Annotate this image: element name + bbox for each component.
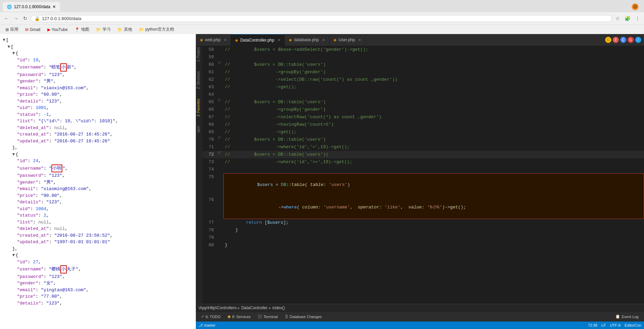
ide-bottom-bar: \App\Http\Controllers ▸ DataController ▸… (196, 304, 644, 311)
json-details-2: "details": "123", (3, 199, 193, 206)
ide-main: 1: Project Z: Structure 2: Favorites npm… (196, 46, 644, 304)
line-num-80: 80 (203, 241, 218, 249)
bookmark-study[interactable]: 📁 学习 (93, 26, 113, 33)
line-num-71: 71 (203, 143, 218, 151)
data-controller-icon: ◈ (235, 38, 238, 43)
line-num-63: 63 (203, 83, 218, 91)
line-num-75: 75 (203, 173, 218, 181)
ide-tab-data-controller[interactable]: ◈ DataController.php ✕ (231, 34, 285, 46)
code-line-63: 63 // ->get(); (203, 83, 644, 91)
status-right: 72:38 LF UTF-8 EditorCon (588, 323, 641, 327)
line-num-69: 69 (203, 128, 218, 136)
json-password-1: "password": "123", (3, 72, 193, 78)
todo-icon: ✔ (201, 314, 204, 319)
ide-tab-database-php[interactable]: ◈ database.php ✕ (285, 34, 329, 46)
ide-tab-bar: ◈ web.php ✕ ◈ DataController.php ✕ ◈ dat… (196, 34, 644, 46)
ide-tab-web-php-close[interactable]: ✕ (224, 38, 226, 42)
bookmark-youtube[interactable]: ▶ YouTube (45, 27, 70, 33)
services-icon: ◉ (227, 314, 231, 319)
tab-bar: 🌐 127.0.0.1:8000/data ✕ O (0, 0, 644, 12)
json-password-3: "password": "123", (3, 273, 193, 280)
fold-72[interactable]: ▽ (218, 151, 222, 155)
line-num-59: 59 (203, 53, 218, 61)
json-status-1: "status": -1, (3, 111, 193, 118)
bookmark-maps[interactable]: 📍 地图 (72, 26, 92, 33)
line-num-70: 70 (203, 136, 218, 143)
json-obj-1-open: ▼{ (3, 50, 193, 57)
json-price-1: "price": "60.00", (3, 91, 193, 98)
json-username-1: "username": "蜡笔小新", (3, 63, 193, 72)
json-list-1: "list": "{\"id\": 19, \"uid\": 1010}", (3, 118, 193, 125)
json-email-1: "email": "xiaoxin@163.com", (3, 85, 193, 92)
code-line-65: 65 ▽ // $users = DB::table('users') (203, 98, 644, 106)
ide-tab-user-php-close[interactable]: ✕ (358, 38, 361, 42)
bookmark-gmail[interactable]: M Gmail (22, 27, 43, 33)
address-bar[interactable]: 🔒 127.0.0.1:8000/data (31, 15, 612, 22)
extensions-btn[interactable]: 🧩 (623, 15, 632, 22)
other-icon: 📁 (117, 27, 123, 32)
json-gender-3: "gender": "女", (3, 280, 193, 287)
todo-button[interactable]: ✔ 6: TODO (199, 314, 223, 319)
code-content-75: $users = DB::table( table: 'users') (223, 173, 644, 196)
forward-button[interactable]: → (12, 15, 20, 22)
line-num-68: 68 (203, 121, 218, 128)
address-text: 127.0.0.1:8000/data (42, 16, 81, 21)
npm-label[interactable]: npm (196, 125, 202, 134)
line-num-79: 79 (203, 234, 218, 241)
browser-chrome: 🌐 127.0.0.1:8000/data ✕ O ← → ↻ 🔒 127.0.… (0, 0, 644, 34)
json-obj-2-close: }, (3, 246, 193, 252)
status-git: ⎇ master (199, 323, 216, 328)
bookmark-other[interactable]: 📁 其他 (115, 26, 135, 33)
browser-tab-data[interactable]: 🌐 127.0.0.1:8000/data ✕ (3, 2, 60, 12)
code-line-64: 64 (203, 91, 644, 98)
bookmark-python-label: python官方文档 (145, 27, 174, 32)
line-num-64: 64 (203, 91, 218, 98)
ide-tab-data-controller-close[interactable]: ✕ (278, 38, 280, 42)
json-uid-1: "uid": 1001, (3, 105, 193, 111)
line-num-77: 77 (203, 219, 218, 226)
code-content-70: // $users = DB::table('users') (223, 136, 644, 143)
gmail-icon: M (25, 28, 28, 32)
code-content-73: // ->where('id','>=',19)->get(); (223, 158, 644, 166)
code-area[interactable]: 58 // $users = $base->addSelect('gender'… (203, 46, 644, 304)
back-button[interactable]: ← (3, 15, 10, 22)
code-line-60: 60 ▽ // $users = DB::table('users') (203, 61, 644, 68)
breadcrumb-sep-1: ▸ (238, 306, 240, 310)
fold-70[interactable]: ▽ (218, 136, 222, 140)
favorites-label[interactable]: 2: Favorites (196, 97, 202, 118)
code-content-66: // ->groupBy('gender') (223, 106, 644, 113)
json-username-3: "username": "樱桃小丸子", (3, 265, 193, 273)
ide-tab-database-php-close[interactable]: ✕ (322, 38, 325, 42)
tab-close-btn[interactable]: ✕ (52, 4, 56, 9)
event-log-button[interactable]: 📋 Event Log (613, 314, 641, 319)
youtube-icon: ▶ (47, 27, 50, 32)
json-price-2: "price": "90.00", (3, 192, 193, 199)
json-id-19: "id": 19, (3, 57, 193, 64)
reload-button[interactable]: ↻ (22, 15, 29, 22)
terminal-icon: ⬛ (257, 314, 262, 319)
code-content-76: ->where( column: 'username', operator: '… (223, 196, 644, 219)
json-root-open: ▼[ (3, 37, 193, 44)
bookmark-apps[interactable]: ⊞ 应用 (3, 26, 21, 33)
ide-tab-user-php[interactable]: ◈ User.php ✕ (329, 34, 365, 46)
structure-label[interactable]: Z: Structure (196, 70, 202, 90)
ide-tab-data-controller-label: DataController.php (240, 38, 274, 43)
bookmark-python[interactable]: 📁 python官方文档 (136, 26, 177, 33)
json-email-2: "email": "xiaoming@163.com", (3, 186, 193, 192)
json-username-2: "username": "小明", (3, 164, 193, 173)
terminal-button[interactable]: ⬛ Terminal (255, 314, 281, 319)
db-changes-button[interactable]: 🗄 Database Changes (282, 314, 325, 319)
firefox-icon: F (613, 37, 619, 43)
json-obj-3-open: ▼{ (3, 252, 193, 259)
ide-tab-database-php-label: database.php (294, 37, 319, 42)
breadcrumb: \App\Http\Controllers ▸ DataController ▸… (199, 306, 285, 310)
fold-65[interactable]: ▽ (218, 98, 222, 102)
project-label[interactable]: 1: Project (196, 46, 202, 63)
menu-btn[interactable]: ⋮ (634, 15, 641, 22)
bookmark-study-label: 学习 (103, 27, 111, 32)
bookmark-btn[interactable]: ☆ (614, 15, 621, 22)
services-button[interactable]: ◉ 8: Services (225, 314, 253, 319)
json-obj-2-open: ▼{ (3, 151, 193, 158)
ide-tab-web-php[interactable]: ◈ web.php ✕ (196, 34, 231, 46)
fold-60[interactable]: ▽ (218, 61, 222, 65)
